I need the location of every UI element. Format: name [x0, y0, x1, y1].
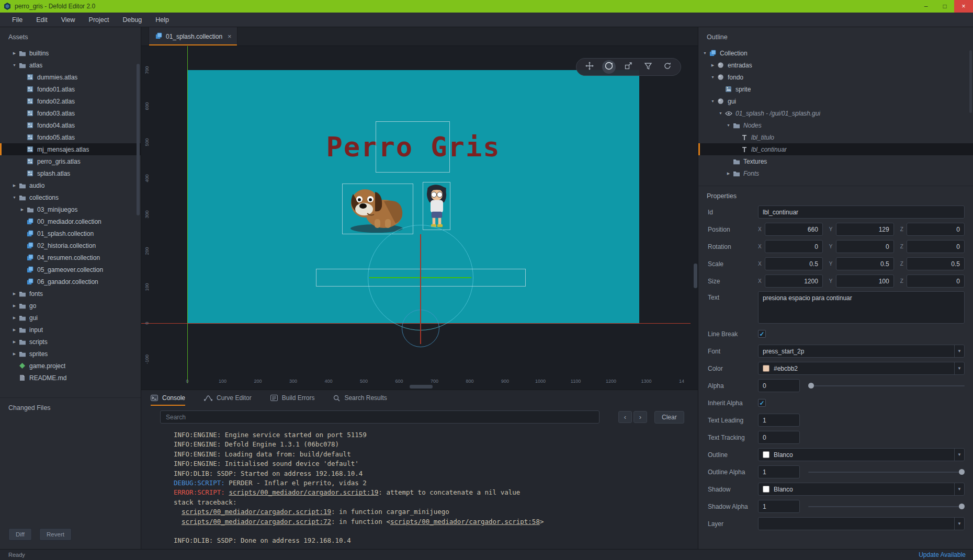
asset-item-sprites[interactable]: ▶sprites	[0, 348, 141, 360]
search-prev-button[interactable]: ‹	[618, 411, 632, 423]
vscroll-thumb[interactable]	[694, 264, 697, 288]
asset-item-fonts[interactable]: ▶fonts	[0, 288, 141, 300]
dog-sprite-bounds[interactable]	[342, 184, 413, 234]
outline-item-lbl-continuar[interactable]: lbl_continuar	[698, 143, 973, 155]
asset-item-03-minijuegos[interactable]: ▶03_minijuegos	[0, 203, 141, 215]
caret-down-icon[interactable]: ▼	[954, 449, 964, 461]
close-button[interactable]: ×	[954, 0, 973, 13]
minimize-button[interactable]: –	[917, 0, 935, 13]
asset-item-scripts[interactable]: ▶scripts	[0, 336, 141, 348]
asset-item-go[interactable]: ▶go	[0, 300, 141, 312]
move-tool-button[interactable]	[583, 60, 596, 74]
asset-item-01-splash-collection[interactable]: 01_splash.collection	[0, 227, 141, 239]
maximize-button[interactable]: □	[935, 0, 954, 13]
outline-scrollbar[interactable]	[969, 50, 972, 113]
rotate-tool-button[interactable]	[602, 60, 616, 74]
expand-arrow-icon[interactable]: ▶	[725, 172, 732, 176]
expand-arrow-icon[interactable]: ▶	[11, 304, 18, 308]
asset-item-00-mediador-collection[interactable]: 00_mediador.collection	[0, 215, 141, 227]
girl-sprite-bounds[interactable]	[423, 182, 450, 230]
asset-item-atlas[interactable]: ▼atlas	[0, 59, 141, 71]
caret-down-icon[interactable]: ▼	[954, 483, 964, 495]
expand-arrow-icon[interactable]: ▼	[11, 63, 18, 67]
asset-item-perro-gris-atlas[interactable]: perro_gris.atlas	[0, 155, 141, 167]
expand-arrow-icon[interactable]: ▼	[709, 75, 716, 79]
asset-item-gui[interactable]: ▶gui	[0, 312, 141, 324]
lbl-titulo-bounds[interactable]	[376, 121, 450, 173]
asset-item-builtins[interactable]: ▶builtins	[0, 47, 141, 59]
console-script-link[interactable]: scripts/00_mediador/cargador.script:19	[229, 488, 378, 496]
shadow-color-dropdown[interactable]: Blanco ▼	[758, 483, 965, 496]
tab-01-splash-collection[interactable]: 01_splash.collection ×	[149, 27, 237, 45]
expand-arrow-icon[interactable]: ▼	[709, 99, 716, 103]
expand-arrow-icon[interactable]: ▶	[11, 340, 18, 344]
inherit-alpha-checkbox[interactable]: ✓	[758, 399, 766, 407]
scale-y-field[interactable]	[836, 257, 894, 270]
hscroll-thumb[interactable]	[410, 385, 433, 388]
outline-item-fonts[interactable]: ▶Fonts	[698, 167, 973, 179]
canvas-hscrollbar[interactable]	[155, 385, 689, 388]
position-z-field[interactable]	[907, 223, 965, 236]
alpha-field[interactable]	[758, 379, 800, 392]
scale-z-field[interactable]	[907, 257, 965, 270]
tab-build-errors[interactable]: Build Errors	[270, 390, 315, 406]
menu-help[interactable]: Help	[149, 13, 176, 27]
size-z-field[interactable]	[907, 275, 965, 288]
asset-item-04-resumen-collection[interactable]: 04_resumen.collection	[0, 252, 141, 264]
asset-item-05-gameover-collection[interactable]: 05_gameover.collection	[0, 264, 141, 276]
console-script-link[interactable]: scripts/00_mediador/cargador.script:58	[390, 518, 540, 525]
text-tracking-field[interactable]	[758, 431, 800, 444]
color-dropdown[interactable]: #ebcbb2 ▼	[758, 362, 965, 375]
revert-button[interactable]: Revert	[39, 528, 72, 541]
slider-thumb[interactable]	[959, 469, 965, 475]
canvas-vscrollbar[interactable]	[694, 46, 697, 383]
assets-scrollbar[interactable]	[137, 64, 140, 215]
diff-button[interactable]: Diff	[8, 528, 32, 541]
position-x-field[interactable]	[765, 223, 823, 236]
asset-item-fondo03-atlas[interactable]: fondo03.atlas	[0, 107, 141, 119]
outline-alpha-slider[interactable]	[808, 472, 965, 473]
tab-curve-editor[interactable]: Curve Editor	[204, 390, 252, 406]
rotation-y-field[interactable]	[836, 240, 894, 253]
size-x-field[interactable]	[765, 275, 823, 288]
shadow-alpha-slider[interactable]	[808, 506, 965, 507]
layer-dropdown[interactable]: ▼	[758, 517, 965, 530]
outline-item-gui[interactable]: ▼gui	[698, 95, 973, 107]
expand-arrow-icon[interactable]: ▶	[709, 63, 716, 67]
outline-item-lbl-titulo[interactable]: lbl_titulo	[698, 131, 973, 143]
filter-tool-button[interactable]	[641, 60, 655, 74]
expand-arrow-icon[interactable]: ▶	[11, 352, 18, 356]
outline-item-01-splash-gui-01-splash-gui[interactable]: ▼01_splash - /gui/01_splash.gui	[698, 107, 973, 119]
search-next-button[interactable]: ›	[633, 411, 647, 423]
console-script-link[interactable]: scripts/00_mediador/cargador.script:19	[182, 508, 331, 516]
menu-file[interactable]: File	[5, 13, 29, 27]
asset-item-02-historia-collection[interactable]: 02_historia.collection	[0, 239, 141, 252]
asset-item-splash-atlas[interactable]: splash.atlas	[0, 167, 141, 179]
outline-alpha-field[interactable]	[758, 465, 800, 478]
expand-arrow-icon[interactable]: ▶	[11, 328, 18, 332]
asset-item-06-ganador-collection[interactable]: 06_ganador.collection	[0, 276, 141, 288]
text-field[interactable]: presiona espacio para continuar	[758, 291, 965, 324]
tab-search-results[interactable]: Search Results	[333, 390, 387, 406]
shadow-alpha-field[interactable]	[758, 500, 800, 513]
asset-item-collections[interactable]: ▼collections	[0, 191, 141, 203]
asset-item-fondo02-atlas[interactable]: fondo02.atlas	[0, 95, 141, 107]
asset-item-dummies-atlas[interactable]: dummies.atlas	[0, 71, 141, 83]
asset-item-fondo05-atlas[interactable]: fondo05.atlas	[0, 131, 141, 143]
expand-arrow-icon[interactable]: ▶	[11, 184, 18, 188]
scene-canvas[interactable]: Perro Gris	[141, 46, 698, 390]
slider-thumb[interactable]	[959, 504, 965, 509]
asset-item-input[interactable]: ▶input	[0, 324, 141, 336]
frame-tool-button[interactable]	[661, 60, 674, 74]
asset-item-mj-mensajes-atlas[interactable]: mj_mensajes.atlas	[0, 143, 141, 155]
caret-down-icon[interactable]: ▼	[954, 518, 964, 530]
console-script-link[interactable]: scripts/00_mediador/cargador.script:72	[182, 518, 331, 525]
tab-close-icon[interactable]: ×	[228, 32, 232, 40]
line-break-checkbox[interactable]: ✓	[758, 330, 766, 338]
outline-item-fondo[interactable]: ▼fondo	[698, 71, 973, 83]
text-leading-field[interactable]	[758, 414, 800, 427]
id-field[interactable]	[758, 205, 965, 219]
slider-thumb[interactable]	[808, 383, 814, 388]
asset-item-game-project[interactable]: game.project	[0, 360, 141, 372]
rotation-x-field[interactable]	[765, 240, 823, 253]
